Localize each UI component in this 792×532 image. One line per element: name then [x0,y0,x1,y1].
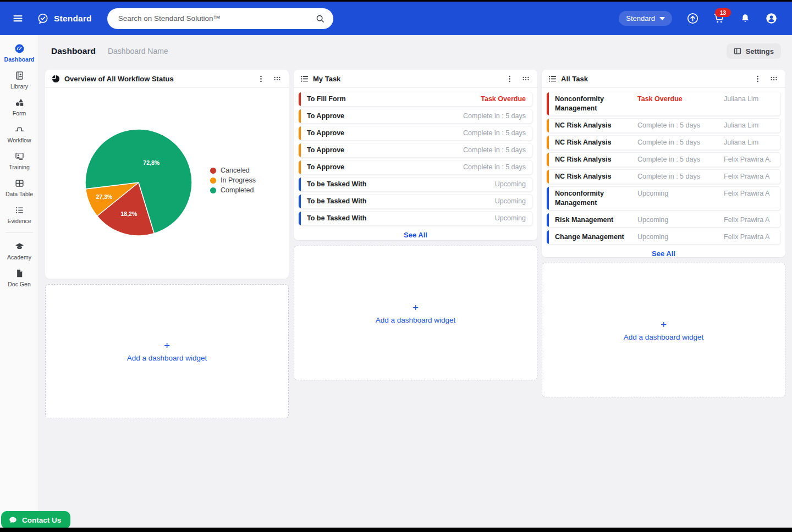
main-content: Dashboard Dashboard Name Settings Overvi… [39,35,792,528]
task-row[interactable]: Change ManagementUpcomingFelix Prawira A [546,230,781,245]
settings-button[interactable]: Settings [727,43,781,59]
brand-logo[interactable]: Stendard [37,13,92,25]
task-row[interactable]: To ApproveComplete in : 5 days [298,126,533,141]
widget-workflow-status: Overview of All Workflow Status 18,2%27,… [45,70,289,279]
drag-handle-icon [273,75,281,82]
sidebar-item-library[interactable]: Library [0,66,38,93]
profile-avatar-icon [765,12,778,25]
sidebar-item-dashboard[interactable]: Dashboard [0,40,38,66]
cart-badge: 13 [715,8,731,17]
task-row[interactable]: NC Risk AnalysisComplete in : 5 daysJuli… [546,118,781,133]
widget-header: My Task [294,70,537,88]
task-status: Complete in : 5 days [637,121,724,130]
task-title: To Approve [307,163,463,172]
task-assignee: Felix Prawira A [724,215,774,225]
columns-icon [734,47,741,55]
legend-item: In Progress [210,175,256,185]
task-title: NC Risk Analysis [555,155,637,164]
sidebar-item-form[interactable]: Form [0,93,38,120]
contact-us-label: Contact Us [22,516,61,524]
search-icon[interactable] [315,14,325,24]
screen-bottom-edge [0,528,792,532]
widget-my-task: My Task To Fill FormTask OverdueTo Appro… [294,70,537,240]
widget-menu-button[interactable] [255,73,267,85]
task-row[interactable]: To ApproveComplete in : 5 days [298,109,533,124]
task-row[interactable]: To Fill FormTask Overdue [298,92,533,107]
task-row[interactable]: To be Tasked WithUpcoming [298,211,533,226]
task-row[interactable]: To be Tasked WithUpcoming [298,194,533,209]
task-row[interactable]: Risk ManagementUpcomingFelix Prawira A [546,213,781,228]
sidebar-item-label: Form [13,110,26,117]
sidebar-item-doc-gen[interactable]: Doc Gen [0,264,38,291]
task-status: Complete in : 5 days [637,155,724,164]
task-title: To Approve [307,146,463,155]
my-task-see-all-link[interactable]: See All [294,226,537,243]
add-widget-placeholder[interactable]: + Add a dashboard widget [542,263,785,397]
notifications-button[interactable] [739,13,751,25]
legend-item: Canceled [210,165,256,175]
widget-drag-handle[interactable] [768,73,780,85]
status-color-bar [299,126,301,140]
add-widget-placeholder[interactable]: + Add a dashboard widget [294,246,537,380]
widget-title: Overview of All Workflow Status [64,75,174,83]
widget-drag-handle[interactable] [271,73,283,85]
task-status: Complete in : 5 days [637,138,724,147]
task-status: Upcoming [637,189,724,198]
task-title: NC Risk Analysis [555,172,637,181]
upload-icon [686,12,699,25]
task-row[interactable]: Nonconformity ManagementTask OverdueJuli… [546,92,781,116]
task-row[interactable]: To be Tasked WithUpcoming [298,177,533,192]
list-icon [548,75,557,83]
task-title: Nonconformity Management [555,189,637,208]
status-color-bar [299,212,301,225]
task-title: NC Risk Analysis [555,138,637,147]
sidebar-item-label: Library [10,83,28,90]
task-row[interactable]: To ApproveComplete in : 5 days [298,160,533,175]
kebab-menu-icon [754,75,762,83]
menu-button[interactable] [11,12,25,25]
task-title: Nonconformity Management [555,95,637,113]
task-assignee: Felix Prawira A [724,172,774,181]
task-row[interactable]: Nonconformity ManagementUpcomingFelix Pr… [546,186,781,210]
task-row[interactable]: NC Risk AnalysisComplete in : 5 daysFeli… [546,169,781,184]
task-status: Upcoming [637,215,724,225]
task-status: Upcoming [495,197,526,206]
add-widget-placeholder[interactable]: + Add a dashboard widget [45,284,289,418]
add-widget-label: Add a dashboard widget [624,333,704,341]
task-status: Complete in : 5 days [637,172,724,181]
evidence-icon [14,205,25,215]
all-task-see-all-link[interactable]: See All [542,245,785,262]
widget-drag-handle[interactable] [520,73,532,85]
task-title: NC Risk Analysis [555,121,637,130]
profile-button[interactable] [765,12,778,25]
org-selector-label: Stendard [626,14,655,23]
sidebar-item-academy[interactable]: Academy [0,237,38,264]
org-selector[interactable]: Stendard [619,11,672,26]
sidebar-item-data-table[interactable]: Data Table [0,174,38,201]
widget-menu-button[interactable] [503,73,515,85]
chart-legend: CanceledIn ProgressCompleted [210,165,256,195]
task-row[interactable]: NC Risk AnalysisComplete in : 5 daysJuli… [546,135,781,150]
task-assignee: Juliana Lim [724,138,774,147]
task-status: Upcoming [495,180,526,189]
sidebar-item-workflow[interactable]: Workflow [0,120,38,147]
task-title: To be Tasked With [307,197,495,206]
cart-button[interactable]: 13 [713,12,725,25]
task-row[interactable]: To ApproveComplete in : 5 days [298,143,533,158]
task-assignee: Juliana Lim [724,121,774,130]
form-icon [14,97,25,108]
contact-us-button[interactable]: Contact Us [1,511,70,529]
chevron-down-icon [659,17,665,20]
sidebar-item-label: Evidence [7,218,31,224]
task-row[interactable]: NC Risk AnalysisComplete in : 5 daysFeli… [546,152,781,167]
sidebar: DashboardLibraryFormWorkflowTrainingData… [0,35,39,528]
status-color-bar [299,160,301,174]
legend-label: In Progress [221,176,256,184]
sidebar-item-evidence[interactable]: Evidence [0,201,38,228]
sidebar-item-training[interactable]: Training [0,147,38,174]
status-color-bar [299,195,301,208]
widget-menu-button[interactable] [751,73,763,85]
search-input[interactable] [107,8,333,29]
upload-button[interactable] [686,12,699,25]
training-icon [14,151,25,162]
